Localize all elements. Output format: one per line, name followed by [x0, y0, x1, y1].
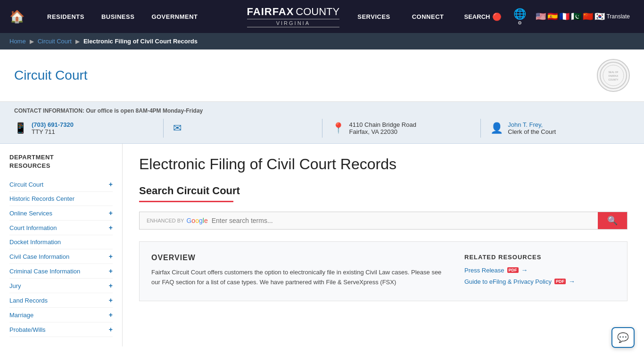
sidebar-link-docket-information[interactable]: Docket Information	[9, 239, 61, 246]
breadcrumb: Home ▶ Circuit Court ▶ Electronic Filing…	[0, 33, 644, 49]
related-link-text-0: Press Release	[464, 267, 504, 274]
overview-left: OVERVIEW Fairfax Circuit Court offers cu…	[151, 254, 450, 289]
sidebar-link-criminal-case[interactable]: Criminal Case Information	[9, 268, 80, 275]
nav-government[interactable]: GOVERNMENT	[143, 0, 206, 33]
nav-links: RESIDENTS BUSINESS GOVERNMENT	[39, 0, 238, 33]
sidebar-item-historic-records[interactable]: Historic Records Center	[9, 192, 113, 206]
translate-label[interactable]: Translate	[606, 13, 630, 20]
sidebar-heading: DEPARTMENT RESOURCES	[9, 153, 113, 170]
pdf-icon-1: PDF	[554, 279, 566, 284]
flag-kr[interactable]: 🇰🇷	[594, 11, 605, 22]
arrow-icon-1: →	[569, 278, 575, 285]
phone-number[interactable]: (703) 691-7320	[32, 121, 74, 128]
sidebar-plus-9[interactable]: +	[109, 311, 113, 319]
flag-cn[interactable]: 🇨🇳	[583, 11, 593, 22]
globe-settings[interactable]: 🌐 ⚙	[513, 8, 526, 25]
sidebar-plus-2[interactable]: +	[109, 209, 113, 217]
page-title: Circuit Court	[14, 68, 88, 83]
home-icon[interactable]: 🏠	[9, 9, 25, 24]
breadcrumb-home[interactable]: Home	[9, 38, 26, 45]
sidebar-link-online-services[interactable]: Online Services	[9, 210, 52, 217]
flag-pk[interactable]: 🇵🇰	[571, 11, 581, 22]
contact-divider-3	[480, 119, 481, 138]
search-button[interactable]: SEARCH 🔴	[457, 12, 509, 21]
sidebar-link-historic-records[interactable]: Historic Records Center	[9, 195, 74, 202]
overview-text: Fairfax Circuit Court offers customers t…	[151, 268, 450, 288]
related-link-press-release[interactable]: Press Release PDF →	[464, 266, 615, 274]
sidebar-item-criminal-case[interactable]: Criminal Case Information +	[9, 264, 113, 279]
breadcrumb-current: Electronic Filing of Civil Court Records	[83, 38, 198, 45]
sidebar-item-marriage[interactable]: Marriage +	[9, 308, 113, 322]
contact-divider-2	[322, 119, 322, 138]
sidebar-plus-0[interactable]: +	[109, 181, 113, 188]
search-section-heading: Search Circuit Court	[139, 185, 627, 197]
logo-virginia: VIRGINIA	[247, 19, 340, 27]
flag-fr[interactable]: 🇫🇷	[559, 11, 570, 22]
phone-icon: 📱	[14, 122, 27, 134]
contact-divider-1	[163, 119, 164, 138]
sidebar-link-civil-case[interactable]: Civil Case Information	[9, 253, 69, 260]
nav-residents[interactable]: RESIDENTS	[39, 0, 93, 33]
sidebar-plus-5[interactable]: +	[109, 253, 113, 260]
flag-us[interactable]: 🇺🇸	[536, 11, 546, 22]
chat-button[interactable]: 💬	[611, 327, 635, 346]
contact-address: 📍 4110 Chain Bridge Road Fairfax, VA 220…	[332, 121, 471, 135]
sidebar-item-online-services[interactable]: Online Services +	[9, 206, 113, 221]
contact-clerk-text: John T. Frey, Clerk of the Court	[508, 121, 556, 135]
red-underline	[139, 201, 233, 202]
content-title: Electronic Filing of Civil Court Records	[139, 156, 627, 173]
search-input-wrapper: ENHANCED BY Google	[140, 212, 598, 229]
language-flags: 🇺🇸 🇪🇸 🇫🇷 🇵🇰 🇨🇳 🇰🇷 Translate	[531, 9, 635, 24]
email-icon[interactable]: ✉	[173, 122, 182, 134]
clerk-name: John T. Frey,	[508, 121, 556, 128]
svg-text:COUNTY: COUNTY	[608, 78, 619, 81]
settings-icon: ⚙	[518, 20, 522, 25]
site-logo: FAIRFAX COUNTY VIRGINIA	[238, 6, 349, 27]
nav-connect[interactable]: CONNECT	[404, 0, 453, 33]
pdf-icon-0: PDF	[507, 267, 519, 273]
breadcrumb-circuit-court[interactable]: Circuit Court	[38, 38, 72, 45]
sidebar-plus-8[interactable]: +	[109, 296, 113, 304]
location-icon: 📍	[332, 122, 345, 134]
sidebar-item-jury[interactable]: Jury +	[9, 279, 113, 293]
breadcrumb-sep-2: ▶	[75, 38, 80, 45]
search-submit-button[interactable]: 🔍	[598, 212, 627, 229]
flag-es[interactable]: 🇪🇸	[547, 11, 558, 22]
content-area: Electronic Filing of Civil Court Records…	[123, 144, 644, 346]
person-icon: 👤	[490, 122, 503, 134]
search-input[interactable]	[208, 217, 591, 224]
sidebar-link-jury[interactable]: Jury	[9, 282, 21, 289]
contact-phone: 📱 (703) 691-7320 TTY 711	[14, 121, 154, 135]
breadcrumb-sep-1: ▶	[30, 38, 34, 45]
sidebar-link-circuit-court[interactable]: Circuit Court	[9, 181, 43, 188]
nav-right: SERVICES CONNECT SEARCH 🔴 🌐 ⚙ 🇺🇸 🇪🇸 🇫🇷 🇵…	[349, 0, 635, 33]
sidebar-link-land-records[interactable]: Land Records	[9, 297, 48, 304]
sidebar-plus-7[interactable]: +	[109, 282, 113, 289]
sidebar-item-docket-information[interactable]: Docket Information	[9, 235, 113, 249]
contact-phone-text: (703) 691-7320 TTY 711	[32, 121, 74, 135]
top-navigation: 🏠 RESIDENTS BUSINESS GOVERNMENT FAIRFAX …	[0, 0, 644, 33]
sidebar-plus-10[interactable]: +	[109, 326, 113, 333]
sidebar-item-court-information[interactable]: Court Information +	[9, 221, 113, 235]
sidebar-link-court-information[interactable]: Court Information	[9, 224, 57, 231]
arrow-icon-0: →	[521, 266, 528, 274]
sidebar-plus-6[interactable]: +	[109, 267, 113, 275]
sidebar-link-marriage[interactable]: Marriage	[9, 312, 33, 319]
nav-services[interactable]: SERVICES	[349, 0, 399, 33]
sidebar-plus-3[interactable]: +	[109, 224, 113, 231]
sidebar-item-circuit-court[interactable]: Circuit Court +	[9, 177, 113, 192]
search-icon: 🔴	[492, 12, 502, 21]
sidebar: DEPARTMENT RESOURCES Circuit Court + His…	[0, 144, 123, 346]
sidebar-item-probate[interactable]: Probate/Wills +	[9, 322, 113, 337]
sidebar-link-probate[interactable]: Probate/Wills	[9, 326, 46, 333]
contact-label: CONTACT INFORMATION: Our office is open …	[14, 107, 630, 114]
sidebar-item-land-records[interactable]: Land Records +	[9, 293, 113, 308]
svg-text:SEAL OF: SEAL OF	[609, 71, 619, 74]
globe-icon: 🌐	[513, 8, 526, 20]
related-link-guide[interactable]: Guide to eFilng & Privacy Policy PDF →	[464, 278, 615, 285]
logo-fairfax: FAIRFAX	[247, 6, 294, 17]
sidebar-item-civil-case[interactable]: Civil Case Information +	[9, 249, 113, 264]
nav-business[interactable]: BUSINESS	[93, 0, 143, 33]
county-seal: SEAL OF FAIRFAX COUNTY	[597, 59, 630, 92]
address-line1: 4110 Chain Bridge Road	[349, 121, 416, 128]
